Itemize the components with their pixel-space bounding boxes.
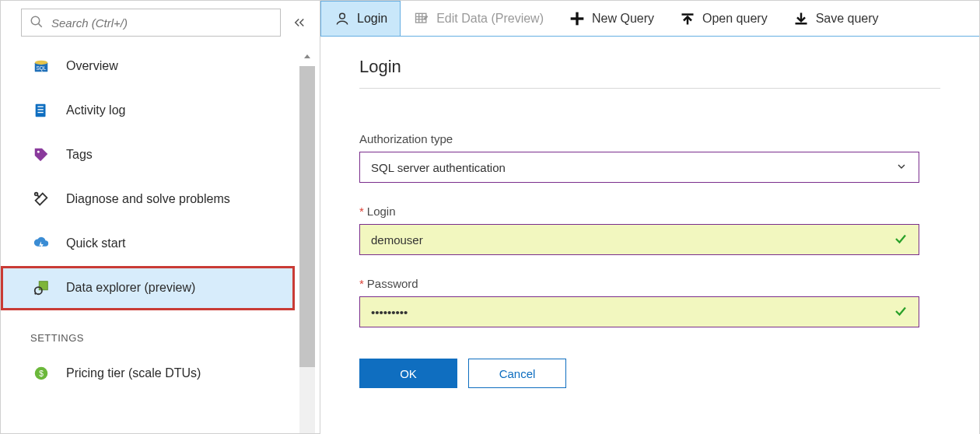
sidebar-item-label: Tags xyxy=(66,148,93,162)
login-input[interactable] xyxy=(371,233,894,247)
check-icon xyxy=(894,232,908,248)
sidebar-item-label: Overview xyxy=(66,59,118,73)
required-asterisk: * xyxy=(359,277,364,290)
tools-icon xyxy=(30,188,52,210)
scroll-track[interactable] xyxy=(299,66,315,433)
auth-type-select[interactable]: SQL server authentication xyxy=(359,152,919,183)
svg-rect-27 xyxy=(682,13,694,16)
svg-rect-26 xyxy=(571,17,584,19)
section-header-settings: SETTINGS xyxy=(1,310,295,352)
svg-rect-8 xyxy=(37,112,43,113)
button-label: Save query xyxy=(816,12,879,26)
sidebar-item-overview[interactable]: SQL Overview xyxy=(1,44,295,89)
svg-marker-18 xyxy=(304,54,310,58)
sidebar-item-label: Quick start xyxy=(66,236,125,250)
ok-button[interactable]: OK xyxy=(359,359,457,388)
sidebar-item-label: Data explorer (preview) xyxy=(66,281,195,295)
svg-point-3 xyxy=(35,61,48,65)
sql-db-icon: SQL xyxy=(30,55,52,77)
sidebar-item-quick-start[interactable]: Quick start xyxy=(1,222,295,266)
svg-point-9 xyxy=(37,151,40,153)
svg-rect-29 xyxy=(795,23,807,25)
open-icon xyxy=(679,11,696,26)
tab-label: Edit Data (Preview) xyxy=(436,12,544,26)
sidebar-item-data-explorer[interactable]: Data explorer (preview) xyxy=(1,266,295,310)
sidebar-item-diagnose[interactable]: Diagnose and solve problems xyxy=(1,177,295,222)
person-icon xyxy=(334,11,351,26)
svg-point-0 xyxy=(31,16,40,25)
button-label: New Query xyxy=(592,12,654,26)
plus-icon xyxy=(569,11,586,26)
login-label: *Login xyxy=(359,205,919,218)
password-input[interactable] xyxy=(371,306,894,319)
open-query-button[interactable]: Open query xyxy=(667,1,780,36)
field-password: *Password xyxy=(359,277,919,327)
password-input-wrap xyxy=(359,296,919,327)
field-login: *Login xyxy=(359,205,919,255)
tab-label: Login xyxy=(357,12,387,26)
tab-login[interactable]: Login xyxy=(320,1,401,36)
svg-text:SQL: SQL xyxy=(37,65,47,72)
data-explorer-icon xyxy=(30,277,52,299)
save-query-button[interactable]: Save query xyxy=(780,1,891,36)
scroll-up-icon[interactable] xyxy=(296,47,318,66)
new-query-button[interactable]: New Query xyxy=(556,1,667,36)
svg-point-19 xyxy=(340,13,345,19)
auth-type-label: Authorization type xyxy=(359,132,919,145)
grid-edit-icon xyxy=(413,11,430,26)
search-input[interactable] xyxy=(51,16,272,30)
svg-rect-7 xyxy=(37,109,43,110)
sidebar-item-activity-log[interactable]: Activity log xyxy=(1,89,295,133)
form-title: Login xyxy=(359,57,940,89)
sidebar-item-pricing-tier[interactable]: $ Pricing tier (scale DTUs) xyxy=(1,352,295,396)
sidebar-item-tags[interactable]: Tags xyxy=(1,133,295,177)
pricing-icon: $ xyxy=(30,362,52,384)
check-icon xyxy=(894,304,908,320)
sidebar-item-label: Diagnose and solve problems xyxy=(66,192,230,206)
svg-rect-12 xyxy=(39,282,47,290)
tag-icon xyxy=(30,144,52,166)
log-icon xyxy=(30,100,52,121)
scroll-thumb[interactable] xyxy=(299,66,315,367)
svg-rect-5 xyxy=(36,104,46,117)
chevron-down-icon xyxy=(895,160,908,175)
svg-point-10 xyxy=(35,193,38,196)
button-label: Open query xyxy=(702,12,768,26)
svg-text:$: $ xyxy=(39,369,44,378)
main-panel: Login Edit Data (Preview) New Query Open… xyxy=(320,0,980,434)
password-label: *Password xyxy=(359,277,919,290)
toolbar: Login Edit Data (Preview) New Query Open… xyxy=(320,1,979,37)
save-icon xyxy=(793,11,810,26)
required-asterisk: * xyxy=(359,205,364,218)
tab-edit-data[interactable]: Edit Data (Preview) xyxy=(401,1,556,36)
sidebar-item-label: Pricing tier (scale DTUs) xyxy=(66,366,201,380)
button-row: OK Cancel xyxy=(359,359,940,388)
cancel-button[interactable]: Cancel xyxy=(468,359,566,388)
field-auth-type: Authorization type SQL server authentica… xyxy=(359,132,919,183)
svg-line-15 xyxy=(35,292,37,294)
search-box[interactable] xyxy=(21,9,281,37)
sidebar: SQL Overview Activity log Tags xyxy=(0,0,320,434)
sidebar-item-label: Activity log xyxy=(66,103,125,117)
search-icon xyxy=(30,15,44,31)
svg-rect-6 xyxy=(37,107,43,107)
collapse-sidebar-button[interactable] xyxy=(290,13,309,32)
search-row xyxy=(1,1,320,44)
nav-scroll: SQL Overview Activity log Tags xyxy=(1,44,320,433)
sidebar-scrollbar[interactable] xyxy=(296,47,318,433)
cloud-bolt-icon xyxy=(30,233,52,254)
login-input-wrap xyxy=(359,224,919,255)
svg-line-1 xyxy=(39,23,42,26)
login-form: Login Authorization type SQL server auth… xyxy=(320,37,979,434)
auth-type-value: SQL server authentication xyxy=(371,161,506,174)
